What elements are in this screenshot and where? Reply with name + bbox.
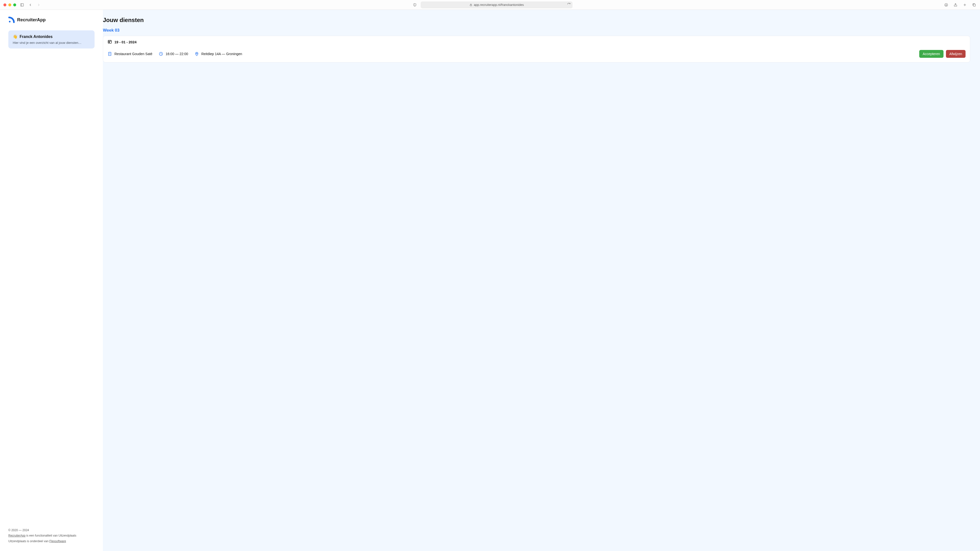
window-minimize-button[interactable] [8,3,11,6]
window-close-button[interactable] [3,3,6,6]
footer-line3-pre: Uitzendplaats is onderdeel van [8,540,49,543]
shift-location-text: Reitdiep 14A — Groningen [201,52,242,56]
brand-mark-icon [8,17,15,23]
svg-point-10 [9,21,11,22]
user-greeting-card: 👋 Franck Antonides Hier vind je een over… [8,30,95,49]
shift-company-name: Restaurant Gouden Saté [115,52,153,56]
browser-chrome: app.recruiterapp.nl/franckantonides [0,0,980,10]
lock-icon [469,3,473,6]
map-pin-icon [194,52,199,56]
svg-rect-0 [21,3,24,6]
main-content: Jouw diensten Week 03 19 - 01 - 2024 Res… [103,10,980,551]
svg-rect-16 [108,52,111,56]
user-name: Franck Antonides [20,35,52,39]
svg-point-24 [196,53,197,54]
new-tab-icon[interactable] [963,2,967,7]
brand-name: RecruiterApp [17,17,46,22]
shift-location: Reitdiep 14A — Groningen [194,52,242,56]
shift-company: Restaurant Gouden Saté [108,52,153,56]
svg-rect-3 [470,5,472,6]
app-root: RecruiterApp 👋 Franck Antonides Hier vin… [0,10,980,551]
nav-forward-button[interactable] [36,2,41,7]
shift-card: 19 - 01 - 2024 Restaurant Gouden Saté 16… [103,36,970,62]
address-bar[interactable]: app.recruiterapp.nl/franckantonides [421,2,573,8]
accept-button[interactable]: Accepteren [919,50,943,58]
footer-link-recruiterapp[interactable]: RecruiterApp [8,534,25,537]
share-icon[interactable] [953,2,958,7]
sidebar-toggle-icon[interactable] [20,2,24,7]
svg-rect-15 [109,42,110,43]
privacy-shield-icon[interactable] [412,2,417,7]
footer-copyright: © 2020 — 2024 [8,527,95,533]
address-bar-url: app.recruiterapp.nl/franckantonides [474,3,524,6]
sidebar: RecruiterApp 👋 Franck Antonides Hier vin… [0,10,103,551]
footer-link-flexsoftware[interactable]: Flexsoftware [49,540,66,543]
week-label: Week 03 [103,28,980,33]
nav-back-button[interactable] [28,2,33,7]
downloads-icon[interactable] [944,2,949,7]
reload-icon[interactable] [567,3,571,7]
sidebar-footer: © 2020 — 2024 RecruiterApp is een functi… [8,527,95,544]
window-zoom-button[interactable] [13,3,16,6]
svg-rect-9 [974,4,975,6]
tabs-overview-icon[interactable] [972,2,977,7]
reject-button[interactable]: Afwijzen [946,50,966,58]
user-greeting-subtitle: Hier vind je een overzicht van al jouw d… [13,41,90,44]
calendar-icon [108,40,112,44]
brand-logo[interactable]: RecruiterApp [8,17,95,23]
footer-line2-rest: is een functionaliteit van Uitzendplaats [25,534,76,537]
page-title: Jouw diensten [103,17,980,24]
window-controls [3,3,16,6]
shift-date: 19 - 01 - 2024 [115,40,137,44]
wave-emoji-icon: 👋 [13,34,18,39]
clock-icon [159,52,163,56]
shift-time-text: 16:00 — 22:00 [165,52,188,56]
shift-time: 16:00 — 22:00 [159,52,188,56]
building-icon [108,52,112,56]
